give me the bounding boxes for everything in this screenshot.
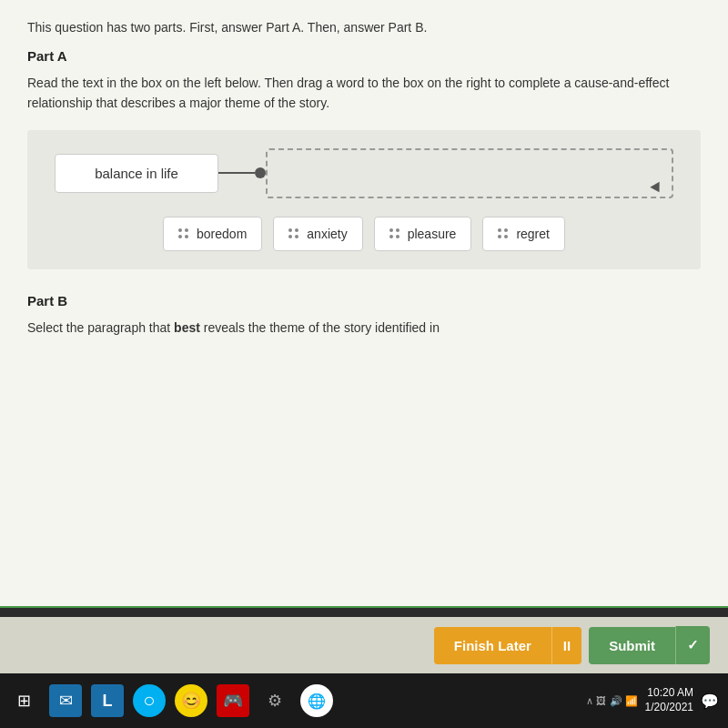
word-chip-regret[interactable]: regret: [482, 217, 565, 251]
main-content: This question has two parts. First, answ…: [0, 0, 728, 606]
part-b-text-after: reveals the theme of the story identifie…: [200, 320, 440, 335]
circle-icon[interactable]: ○: [133, 684, 166, 717]
taskbar-time: 10:20 AM 1/20/2021: [645, 686, 693, 714]
connection-row: balance in life: [55, 148, 673, 198]
instruction-text: Read the text in the box on the left bel…: [27, 73, 701, 114]
chrome-icon[interactable]: 🌐: [300, 684, 333, 717]
drag-handle-pleasure: [389, 228, 400, 239]
drag-handle-regret: [498, 228, 509, 239]
pause-button[interactable]: II: [551, 627, 581, 664]
right-drop-box[interactable]: [266, 148, 673, 198]
taskbar: ⊞ ✉ L ○ 😊 🎮 ⚙ 🌐 ∧ 🖼 🔊 📶 10:20 AM 1/20/20…: [0, 673, 728, 728]
part-b-bold: best: [174, 320, 200, 335]
word-label-pleasure: pleasure: [408, 227, 457, 241]
face-icon[interactable]: 😊: [175, 684, 207, 717]
word-label-anxiety: anxiety: [307, 227, 347, 241]
finish-later-button[interactable]: Finish Later: [434, 627, 551, 664]
word-options-row: boredom anxiety pleasure: [55, 217, 673, 251]
date-display: 1/20/2021: [645, 701, 693, 715]
word-chip-pleasure[interactable]: pleasure: [374, 217, 472, 251]
windows-icon[interactable]: ⊞: [7, 684, 40, 717]
taskbar-icons-right: ∧ 🖼 🔊 📶: [586, 695, 637, 707]
store-icon[interactable]: L: [91, 684, 124, 717]
word-chip-boredom[interactable]: boredom: [163, 217, 262, 251]
bottom-bar: Finish Later II Submit ✓: [0, 617, 728, 673]
submit-button[interactable]: Submit: [589, 627, 675, 664]
part-b-text: Select the paragraph that best reveals t…: [27, 318, 701, 338]
part-b-label: Part B: [27, 293, 701, 308]
part-b-section: Part B Select the paragraph that best re…: [27, 284, 701, 343]
taskbar-left: ⊞ ✉ L ○ 😊 🎮 ⚙ 🌐: [7, 684, 333, 717]
settings-icon[interactable]: ⚙: [258, 684, 291, 717]
drag-area: balance in life boredom: [27, 130, 701, 269]
left-box: balance in life: [55, 154, 218, 193]
divider: [0, 606, 728, 608]
notification-icon[interactable]: 💬: [701, 693, 719, 710]
part-b-text-before: Select the paragraph that: [27, 320, 174, 335]
check-button[interactable]: ✓: [675, 626, 710, 664]
drag-handle-anxiety: [288, 228, 299, 239]
line: [218, 172, 255, 174]
part-a-label: Part A: [27, 48, 701, 64]
mail-icon[interactable]: ✉: [49, 684, 82, 717]
time-display: 10:20 AM: [645, 686, 693, 701]
word-label-regret: regret: [516, 227, 550, 241]
intro-text: This question has two parts. First, answ…: [27, 18, 701, 37]
taskbar-right: ∧ 🖼 🔊 📶 10:20 AM 1/20/2021 💬: [586, 686, 719, 714]
word-label-boredom: boredom: [197, 227, 247, 241]
connector-line: [218, 167, 266, 178]
word-chip-anxiety[interactable]: anxiety: [273, 217, 362, 251]
game-icon[interactable]: 🎮: [217, 684, 249, 717]
drag-handle-boredom: [178, 228, 189, 239]
dot: [255, 167, 266, 178]
cursor-icon: [650, 181, 663, 195]
